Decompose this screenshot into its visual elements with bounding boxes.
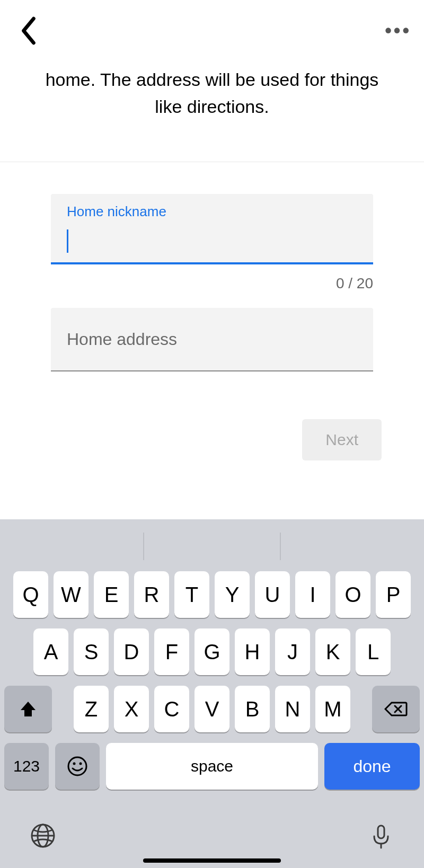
intro-text: home. The address will be used for thing… xyxy=(0,61,424,152)
key-e[interactable]: E xyxy=(94,571,129,618)
svg-rect-8 xyxy=(378,826,384,838)
key-row-3: Z X C V B N M xyxy=(0,686,424,732)
key-b[interactable]: B xyxy=(235,686,270,732)
shift-key[interactable] xyxy=(4,686,52,732)
key-j[interactable]: J xyxy=(275,628,310,675)
key-n[interactable]: N xyxy=(275,686,310,732)
mic-button[interactable] xyxy=(368,822,394,849)
nickname-input[interactable] xyxy=(67,227,357,255)
nickname-field[interactable]: Home nickname xyxy=(51,194,373,264)
key-p[interactable]: P xyxy=(376,571,411,618)
backspace-key[interactable] xyxy=(372,686,420,732)
more-icon: ••• xyxy=(385,20,411,42)
emoji-icon xyxy=(67,756,88,777)
keyboard: Q W E R T Y U I O P A S D F G H J K L Z … xyxy=(0,519,424,868)
numeric-key[interactable]: 123 xyxy=(4,743,49,790)
key-z[interactable]: Z xyxy=(74,686,109,732)
key-d[interactable]: D xyxy=(114,628,149,675)
svg-point-2 xyxy=(68,757,86,775)
back-button[interactable] xyxy=(13,15,45,47)
suggestion-bar xyxy=(0,521,424,571)
nickname-counter: 0 / 20 xyxy=(51,275,373,292)
suggestion-separator xyxy=(280,533,281,560)
nav-bar: ••• xyxy=(0,0,424,61)
key-x[interactable]: X xyxy=(114,686,149,732)
form: Home nickname 0 / 20 Home address xyxy=(0,162,424,371)
key-c[interactable]: C xyxy=(154,686,189,732)
next-label: Next xyxy=(325,431,358,448)
key-q[interactable]: Q xyxy=(13,571,48,618)
globe-button[interactable] xyxy=(30,822,56,849)
key-row-2: A S D F G H J K L xyxy=(0,628,424,675)
key-h[interactable]: H xyxy=(235,628,270,675)
key-r[interactable]: R xyxy=(134,571,169,618)
key-i[interactable]: I xyxy=(295,571,330,618)
done-key[interactable]: done xyxy=(324,743,420,790)
svg-point-4 xyxy=(80,763,82,765)
globe-icon xyxy=(30,822,56,849)
space-key[interactable]: space xyxy=(106,743,318,790)
key-o[interactable]: O xyxy=(335,571,370,618)
shift-icon xyxy=(19,701,37,718)
text-cursor xyxy=(67,229,68,253)
key-row-1: Q W E R T Y U I O P xyxy=(0,571,424,618)
key-t[interactable]: T xyxy=(174,571,209,618)
key-y[interactable]: Y xyxy=(215,571,250,618)
emoji-key[interactable] xyxy=(55,743,100,790)
backspace-icon xyxy=(384,701,408,718)
key-s[interactable]: S xyxy=(74,628,109,675)
key-l[interactable]: L xyxy=(356,628,391,675)
next-row: Next xyxy=(0,371,424,460)
key-g[interactable]: G xyxy=(195,628,229,675)
nickname-label: Home nickname xyxy=(67,203,357,220)
home-indicator[interactable] xyxy=(143,858,281,863)
more-button[interactable]: ••• xyxy=(385,15,411,47)
address-placeholder: Home address xyxy=(67,330,177,349)
mic-icon xyxy=(368,822,394,849)
key-k[interactable]: K xyxy=(315,628,350,675)
chevron-left-icon xyxy=(20,16,38,45)
key-u[interactable]: U xyxy=(255,571,290,618)
svg-point-3 xyxy=(73,763,76,765)
address-field[interactable]: Home address xyxy=(51,308,373,371)
suggestion-separator xyxy=(143,533,144,560)
key-a[interactable]: A xyxy=(33,628,68,675)
key-f[interactable]: F xyxy=(154,628,189,675)
key-m[interactable]: M xyxy=(315,686,350,732)
key-w[interactable]: W xyxy=(54,571,89,618)
next-button[interactable]: Next xyxy=(302,419,382,460)
key-row-4: 123 space done xyxy=(0,743,424,799)
key-v[interactable]: V xyxy=(195,686,229,732)
